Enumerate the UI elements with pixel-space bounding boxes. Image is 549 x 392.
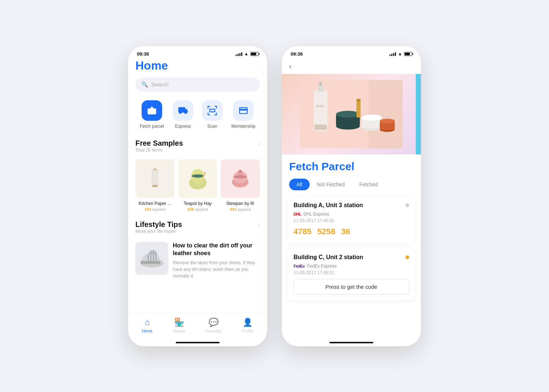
lifestyle-article-body: Remove the laces from your shoes. If the… [173, 260, 260, 279]
signal-icon-2 [389, 52, 396, 56]
back-button[interactable]: ‹ [282, 59, 421, 74]
status-icons-2: ▲ [389, 51, 412, 56]
lifestyle-subtitle: Make your life easier [135, 229, 182, 234]
svg-rect-33 [356, 99, 361, 101]
tracking-num-0-0: 4785 [294, 227, 311, 236]
scan-icon [202, 100, 223, 121]
home-content: Home 🔍 Search Fetch parcel [128, 59, 267, 313]
action-express[interactable]: Express [173, 100, 193, 129]
svg-rect-32 [356, 100, 361, 117]
hero-accent [416, 74, 421, 154]
fetch-content: ROSE Fetch Parcel A [282, 74, 421, 342]
home-nav-label: Home [142, 329, 153, 333]
carrier-time-1: 11-05-2017 17:45:01 [294, 270, 409, 275]
carrier-row-0: DHL DHL Express [294, 212, 409, 217]
message-nav-label: message [205, 329, 222, 333]
status-bar-1: 09:36 ▲ [128, 46, 267, 59]
home-indicator-2 [329, 342, 373, 343]
product-card-2[interactable]: Stewpan by IK 331 applied [221, 159, 260, 212]
message-nav-icon: 💬 [209, 318, 219, 327]
parcel-station-row-1: Building C, Unit 2 station [294, 254, 409, 261]
svg-text:ROSE: ROSE [316, 105, 324, 108]
svg-rect-14 [141, 261, 160, 264]
lifestyle-text: How to clear the dirt off your leather s… [173, 242, 260, 279]
product-card-1[interactable]: Teapot by Hay 256 applied [178, 159, 217, 212]
product-image-2 [221, 159, 260, 198]
carrier-name-0: DHL Express [303, 212, 329, 217]
carrier-name-1: FedEx Express [307, 264, 337, 269]
profile-nav-icon: 👤 [243, 318, 253, 327]
svg-rect-22 [318, 85, 324, 92]
fetch-parcel-label: Fetch parcel [140, 124, 164, 129]
svg-point-28 [336, 111, 360, 117]
tracking-numbers-0: 4785 5258 36 [294, 227, 409, 236]
svg-rect-1 [152, 169, 158, 187]
tracking-num-0-1: 5258 [317, 227, 335, 236]
parcel-station-row-0: Building A, Unit 3 station [294, 202, 409, 209]
parcel-card-1: Building C, Unit 2 station FedEx FedEx E… [288, 248, 415, 300]
profile-nav-label: Profile [242, 329, 253, 333]
market-nav-icon: 🏪 [174, 318, 184, 327]
lifestyle-section: Lifestyle Tips Make your life easier › [135, 220, 260, 279]
action-membership[interactable]: Membership [231, 100, 255, 129]
status-dot-1 [406, 255, 409, 259]
lifestyle-card[interactable]: How to clear the dirt off your leather s… [135, 242, 260, 279]
membership-label: Membership [231, 124, 255, 129]
nav-market[interactable]: 🏪 Market [173, 318, 185, 333]
battery-icon-2 [404, 52, 412, 56]
tracking-num-0-2: 36 [341, 227, 350, 236]
status-icons-1: ▲ [236, 51, 258, 56]
battery-icon-1 [250, 52, 258, 56]
status-bar-2: 09:36 ▲ [282, 46, 421, 59]
hero-image: ROSE [282, 74, 421, 154]
fetch-parcel-icon [142, 100, 162, 121]
search-bar[interactable]: 🔍 Search [135, 78, 260, 92]
search-icon: 🔍 [141, 81, 148, 88]
express-icon [173, 100, 193, 121]
nav-message[interactable]: 💬 message [205, 318, 222, 333]
product-image-1 [178, 159, 217, 198]
phone-fetch-parcel: 09:36 ▲ ‹ [282, 46, 421, 346]
status-dot-0 [406, 204, 409, 207]
time-display-1: 09:36 [137, 51, 149, 57]
product-name-0: Kitchen Paper ... [139, 201, 171, 206]
product-applied-0: 151 applied [145, 207, 165, 212]
action-scan[interactable]: Scan [202, 100, 223, 129]
station-name-1: Building C, Unit 2 station [294, 254, 363, 261]
carrier-logo-1: FedEx [294, 264, 305, 268]
filter-tabs: All Not Fetched Fetched [282, 179, 421, 196]
action-fetch-parcel[interactable]: Fetch parcel [140, 100, 164, 129]
quick-actions: Fetch parcel Express Scan [135, 100, 260, 129]
free-samples-chevron[interactable]: › [258, 141, 260, 147]
search-placeholder: Search [151, 81, 169, 87]
time-display-2: 09:36 [291, 51, 303, 57]
free-samples-subtitle: Total 26 items [135, 148, 183, 153]
page-title-home: Home [135, 59, 260, 72]
product-applied-2: 331 applied [230, 207, 251, 212]
carrier-row-1: FedEx FedEx Express [294, 264, 409, 269]
product-name-1: Teapot by Hay [184, 201, 212, 206]
svg-point-36 [380, 119, 395, 123]
signal-icon-1 [236, 52, 242, 56]
svg-point-31 [362, 114, 382, 120]
press-code-button[interactable]: Press to get the code [294, 279, 409, 295]
express-label: Express [175, 124, 191, 129]
free-samples-title: Free Samples [135, 139, 183, 148]
carrier-time-0: 11-05-2017 17:45:01 [294, 218, 409, 223]
wifi-icon-1: ▲ [244, 51, 249, 56]
products-grid: Kitchen Paper ... 151 applied Teapot by … [135, 159, 260, 212]
lifestyle-image [135, 242, 168, 275]
nav-home[interactable]: ⌂ Home [142, 318, 153, 333]
lifestyle-title: Lifestyle Tips [135, 220, 182, 229]
nav-profile[interactable]: 👤 Profile [242, 318, 253, 333]
tab-all[interactable]: All [289, 179, 310, 190]
product-image-0 [135, 159, 175, 198]
parcel-card-0: Building A, Unit 3 station DHL DHL Expre… [288, 196, 415, 244]
tab-not-fetched[interactable]: Not Fetched [310, 179, 352, 190]
svg-rect-23 [319, 82, 322, 86]
free-samples-header: Free Samples Total 26 items › [135, 139, 260, 157]
product-card-0[interactable]: Kitchen Paper ... 151 applied [135, 159, 175, 212]
tab-fetched[interactable]: Fetched [352, 179, 385, 190]
lifestyle-chevron[interactable]: › [258, 222, 260, 228]
phone-home: 09:36 ▲ Home 🔍 Search [128, 46, 267, 346]
